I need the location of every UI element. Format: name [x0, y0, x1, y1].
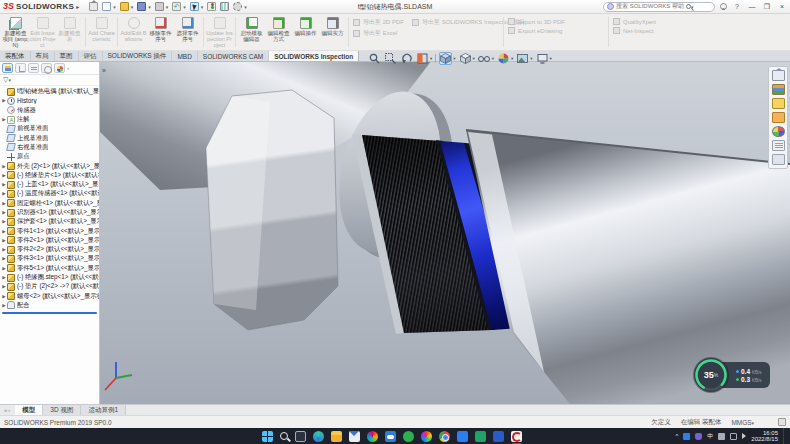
hide-show-caret-icon[interactable]: ▾	[492, 56, 494, 61]
tab-layout[interactable]: 布局	[31, 51, 55, 61]
tab-assembly[interactable]: 装配体	[0, 51, 31, 61]
select-icon[interactable]	[190, 2, 199, 11]
export-edrawing-button[interactable]: Export eDrawing	[508, 27, 604, 34]
displaymanager-tab[interactable]	[54, 63, 65, 73]
update-inspection-project-button[interactable]: Update Inspection Project	[206, 15, 233, 49]
tree-item-component[interactable]: ▶零件3<1> (默认<<默认>_显示状态	[0, 254, 99, 263]
tree-item-history[interactable]: ▶History	[0, 96, 99, 105]
3d-model-view[interactable]	[100, 62, 790, 404]
net-inspect-button[interactable]: Net-Inspect	[613, 27, 689, 34]
apply-scene-icon[interactable]	[516, 52, 529, 65]
view-settings-caret-icon[interactable]: ▾	[550, 56, 552, 61]
edit-actual-button[interactable]: 编辑实方	[319, 15, 346, 49]
panel-collapse-icon[interactable]: »	[102, 67, 106, 74]
edit-inspection-method-button[interactable]: 编辑检查方式	[265, 15, 292, 49]
view-settings-icon[interactable]	[536, 52, 549, 65]
export-3d-pdf-button[interactable]: Export to 3D PDF	[508, 18, 604, 25]
tree-item-component[interactable]: ▶螺母<2> (默认<<默认>_显示状态	[0, 292, 99, 301]
launch-template-editor-button[interactable]: 启动模板编辑器	[238, 15, 265, 49]
display-style-icon[interactable]	[459, 52, 472, 65]
tree-item-component[interactable]: ▶固定螺栓<1> (默认<<默认>_显示	[0, 199, 99, 208]
tree-item-component[interactable]: ▶零件1<1> (默认<<默认>_显示状态	[0, 226, 99, 235]
save-caret-icon[interactable]: ▾	[148, 4, 151, 10]
tree-item-component[interactable]: ▶识别器<1> (默认<<默认>_显示状	[0, 208, 99, 217]
blue-app-icon[interactable]	[457, 431, 468, 442]
search-scope-icon[interactable]	[607, 3, 614, 10]
hide-show-items-icon[interactable]	[478, 52, 491, 65]
tree-item-component[interactable]: ▶零件2<2> (默认<<默认>_显示状态	[0, 245, 99, 254]
show-desktop-button[interactable]	[783, 428, 786, 444]
add-characteristic-button[interactable]: Add Characteristic	[88, 15, 115, 49]
new-caret-icon[interactable]: ▾	[113, 4, 116, 10]
tree-item-component[interactable]: ▶(-) 垫片 (2)<2> ->? (默认<<默认>	[0, 282, 99, 291]
edit-inspection-project-button[interactable]: Edit Inspection Project	[29, 15, 56, 49]
tree-item-component[interactable]: ▶(-) 温度传感器<1> (默认<<默认>_	[0, 189, 99, 198]
configurationmanager-tab[interactable]	[28, 63, 39, 73]
tab-sketch[interactable]: 草图	[55, 51, 79, 61]
export-excel-button[interactable]: 导出至 Excel	[353, 29, 404, 38]
tab-3d-views[interactable]: 3D 视图	[43, 405, 81, 415]
solidworks-forum-icon[interactable]	[772, 154, 785, 165]
pinwheel-app-icon[interactable]	[421, 431, 432, 442]
display-style-caret-icon[interactable]: ▾	[473, 56, 475, 61]
export-2d-pdf-button[interactable]: 导出至 2D PDF	[353, 18, 404, 27]
propertymanager-tab[interactable]	[15, 63, 26, 73]
tree-item-component[interactable]: ▶零件2<1> (默认<<默认>_显示状态	[0, 236, 99, 245]
orientation-caret-icon[interactable]: ▾	[453, 56, 455, 61]
close-button[interactable]: ×	[777, 3, 787, 10]
weather-app-icon[interactable]	[385, 431, 396, 442]
custom-properties-icon[interactable]	[772, 140, 785, 151]
tab-scroll-arrows[interactable]: «‹	[0, 405, 15, 415]
edit-operation-button[interactable]: 编辑操作	[292, 15, 319, 49]
photos-app-icon[interactable]	[367, 431, 378, 442]
tree-item-root[interactable]: t型铂铑热电偶 (默认<默认_显示状态-1>	[0, 87, 99, 96]
design-library-icon[interactable]	[772, 84, 785, 95]
ime-indicator[interactable]: 中	[707, 432, 713, 441]
menu-flyout-icon[interactable]: ▸	[76, 3, 79, 10]
view-orientation-icon[interactable]	[439, 52, 452, 65]
zoom-to-area-icon[interactable]	[384, 52, 397, 65]
open-caret-icon[interactable]: ▾	[131, 4, 134, 10]
scene-caret-icon[interactable]: ▾	[530, 56, 532, 61]
start-button-icon[interactable]	[262, 431, 273, 442]
tree-item-annotations[interactable]: ▶注解	[0, 115, 99, 124]
taskbar-search-icon[interactable]	[280, 432, 288, 440]
filter-caret-icon[interactable]: ▾	[8, 77, 11, 83]
tab-addins[interactable]: SOLIDWORKS 插件	[103, 51, 173, 61]
tab-solidworks-inspection[interactable]: SOLIDWORKS Inspection	[269, 51, 359, 61]
chrome-browser-icon[interactable]	[439, 431, 450, 442]
qualityxpert-button[interactable]: QualityXpert	[613, 18, 689, 25]
solidworks-logo[interactable]: 3S SOLIDWORKS ▸	[3, 2, 79, 11]
tray-expand-icon[interactable]: ^	[675, 433, 678, 439]
security-tray-icon[interactable]	[695, 433, 702, 440]
appearance-caret-icon[interactable]: ▾	[511, 56, 513, 61]
solidworks-resources-icon[interactable]	[772, 70, 785, 81]
dimxpertmanager-tab[interactable]	[41, 63, 52, 73]
tree-item-top-plane[interactable]: 上视基准面	[0, 133, 99, 142]
restore-button[interactable]: ❐	[762, 3, 772, 11]
tree-item-front-plane[interactable]: 前视基准面	[0, 124, 99, 133]
tree-item-mates[interactable]: ▶配合	[0, 301, 99, 310]
panel-tabs-overflow-icon[interactable]: ›	[67, 65, 69, 71]
tab-solidworks-cam[interactable]: SOLIDWORKS CAM	[198, 51, 269, 61]
task-view-icon[interactable]	[295, 431, 306, 442]
solidworks-taskbar-icon[interactable]	[511, 431, 522, 442]
zoom-to-fit-icon[interactable]	[368, 52, 381, 65]
edge-browser-icon[interactable]	[313, 431, 324, 442]
usage-percent-gauge[interactable]: 35%	[694, 358, 728, 392]
tree-item-component[interactable]: ▶保护套<1> (默认<<默认>_显示状	[0, 217, 99, 226]
tree-item-component[interactable]: ▶(-) 上盖<1> (默认<<默认>_显示状	[0, 180, 99, 189]
graphics-viewport[interactable]: » 0.4 KB/s	[100, 62, 790, 404]
minimize-button[interactable]: —	[747, 3, 757, 10]
new-document-icon[interactable]	[102, 2, 111, 11]
display-tray-icon[interactable]	[730, 433, 737, 440]
volume-tray-icon[interactable]	[742, 433, 746, 439]
status-options-icon[interactable]	[778, 418, 786, 426]
undo-caret-icon[interactable]: ▾	[183, 4, 186, 10]
print-caret-icon[interactable]: ▾	[166, 4, 169, 10]
rollback-bar[interactable]	[2, 312, 97, 314]
tree-item-right-plane[interactable]: 右视基准面	[0, 143, 99, 152]
section-caret-icon[interactable]: ▾	[430, 56, 432, 61]
search-icon[interactable]	[686, 4, 691, 9]
tree-item-component[interactable]: ▶零件5<1> (默认<<默认>_显示状态	[0, 264, 99, 273]
